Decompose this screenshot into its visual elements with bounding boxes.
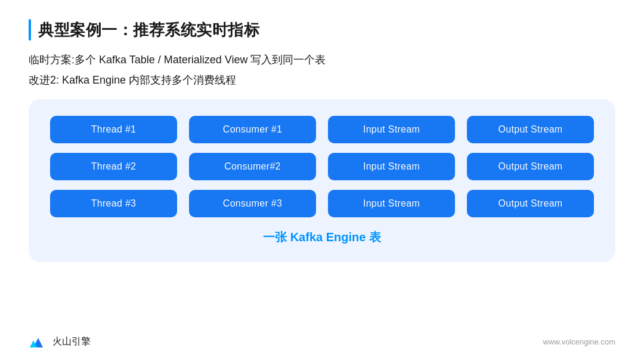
title-bar <box>29 19 31 41</box>
logo-text: 火山引擎 <box>52 336 91 348</box>
input-stream-1-button: Input Stream <box>328 116 455 143</box>
subtitle2: 改进2: Kafka Engine 内部支持多个消费线程 <box>29 73 615 87</box>
page: 典型案例一：推荐系统实时指标 临时方案:多个 Kafka Table / Mat… <box>0 0 644 363</box>
input-stream-3-button: Input Stream <box>328 190 455 217</box>
thread-3-button: Thread #3 <box>50 190 177 217</box>
logo-icon <box>29 332 48 351</box>
subtitle1: 临时方案:多个 Kafka Table / Materialized View … <box>29 53 615 67</box>
consumer-2-button: Consumer#2 <box>189 153 316 180</box>
logo-area: 火山引擎 <box>29 332 91 351</box>
output-stream-1-button: Output Stream <box>467 116 594 143</box>
input-stream-2-button: Input Stream <box>328 153 455 180</box>
output-stream-3-button: Output Stream <box>467 190 594 217</box>
diagram-box: Thread #1 Consumer #1 Input Stream Outpu… <box>29 99 615 262</box>
thread-2-button: Thread #2 <box>50 153 177 180</box>
bottom-label: 一张 Kafka Engine 表 <box>50 229 594 245</box>
consumer-1-button: Consumer #1 <box>189 116 316 143</box>
consumer-3-button: Consumer #3 <box>189 190 316 217</box>
footer: 火山引擎 www.volcengine.com <box>0 332 644 351</box>
title-section: 典型案例一：推荐系统实时指标 <box>29 19 615 41</box>
website-text: www.volcengine.com <box>543 337 615 346</box>
diagram-grid: Thread #1 Consumer #1 Input Stream Outpu… <box>50 116 594 217</box>
page-title: 典型案例一：推荐系统实时指标 <box>38 20 259 41</box>
output-stream-2-button: Output Stream <box>467 153 594 180</box>
thread-1-button: Thread #1 <box>50 116 177 143</box>
